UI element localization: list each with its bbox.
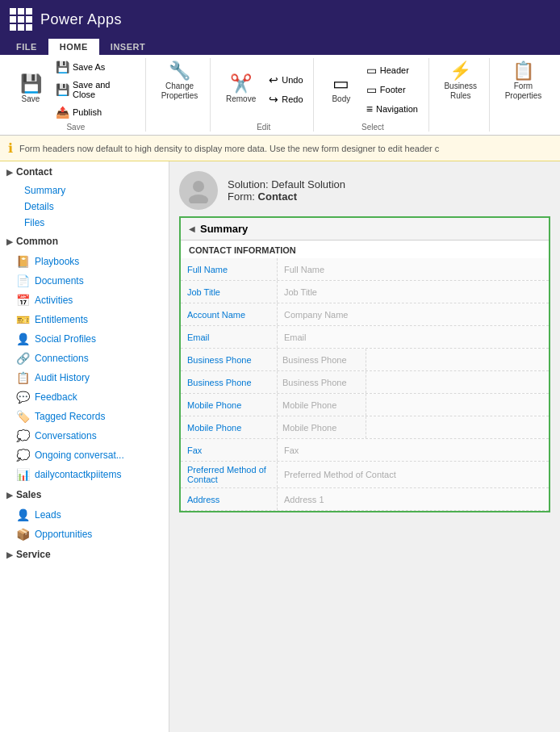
email-field[interactable]: Email (278, 326, 549, 348)
social-profiles-icon: 👤 (16, 333, 30, 345)
form-block-title: CONTACT INFORMATION (181, 241, 549, 258)
undo-redo-group: ↩ Undo ↪ Redo (265, 71, 307, 108)
tagged-records-icon: 🏷️ (16, 410, 30, 423)
preferred-field[interactable]: Preferred Method of Contact (278, 462, 549, 487)
undo-button[interactable]: ↩ Undo (265, 71, 307, 89)
save-as-button[interactable]: 💾 Save As (52, 58, 139, 76)
form-row-mobilephone2: Mobile Phone Mobile Phone (181, 416, 549, 439)
publish-button[interactable]: 📤 Publish (52, 103, 139, 121)
bizphone2-label: Business Phone (181, 371, 278, 393)
waffle-icon[interactable] (10, 8, 32, 31)
leads-label: Leads (35, 509, 61, 521)
ongoing-conversations-icon: 💭 (16, 449, 30, 462)
fullname-field[interactable]: Full Name (278, 258, 549, 280)
accountname-label: Account Name (181, 303, 278, 325)
leads-icon: 👤 (16, 508, 30, 521)
ribbon-group-save: 💾 Save 💾 Save As 💾 Save and Close 📤 Publ… (6, 58, 146, 132)
sidebar-item-tagged-records[interactable]: 🏷️ Tagged Records (0, 407, 169, 426)
tab-file[interactable]: FILE (5, 39, 48, 55)
form-row-mobilephone1: Mobile Phone Mobile Phone (181, 394, 549, 416)
footer-label: Footer (380, 85, 406, 94)
sidebar-item-feedback[interactable]: 💬 Feedback (0, 387, 169, 407)
bizphone2-input[interactable] (366, 371, 549, 393)
accountname-field[interactable]: Company Name (278, 303, 549, 325)
footer-button[interactable]: ▭ Footer (362, 81, 422, 98)
edit-button-group: ✂️ Remove ↩ Undo ↪ Redo (220, 58, 307, 121)
content-area: Solution: Default Solution Form: Contact… (169, 161, 560, 732)
sidebar-item-summary[interactable]: Summary (0, 182, 169, 199)
save-icon: 💾 (20, 75, 42, 93)
sidebar-item-opportunities[interactable]: 📦 Opportunities (0, 525, 169, 544)
sidebar-item-audit-history[interactable]: 📋 Audit History (0, 368, 169, 387)
form-name: Contact (258, 190, 297, 203)
save-button[interactable]: 💾 Save (13, 71, 48, 108)
sidebar-item-entitlements[interactable]: 🎫 Entitlements (0, 310, 169, 329)
redo-icon: ↪ (269, 93, 278, 106)
sidebar-section-service[interactable]: ▶ Service (0, 544, 169, 565)
change-properties-label: ChangeProperties (161, 82, 199, 101)
preferred-label: Preferred Method of Contact (181, 462, 278, 487)
edit-group-label: Edit (257, 121, 270, 132)
navigation-button[interactable]: ≡ Navigation (362, 100, 422, 118)
body-button[interactable]: ▭ Body (324, 71, 359, 108)
common-section-label: Common (16, 236, 58, 247)
undo-label: Undo (282, 75, 303, 85)
form-properties-button[interactable]: 📋 FormProperties (499, 58, 548, 105)
fax-label: Fax (181, 439, 278, 461)
jobtitle-field[interactable]: Job Title (278, 281, 549, 303)
business-rules-button[interactable]: ⚡ BusinessRules (438, 58, 483, 105)
form-label: Form: (228, 190, 255, 203)
form-properties-label: FormProperties (505, 82, 542, 101)
daily-contact-icon: 📊 (16, 468, 30, 481)
sidebar-item-files[interactable]: Files (0, 215, 169, 231)
publish-icon: 📤 (56, 106, 69, 119)
sidebar-item-playbooks[interactable]: 📔 Playbooks (0, 252, 169, 271)
form-section-header[interactable]: ◀ Summary (181, 218, 549, 241)
sidebar-item-ongoing-conversations[interactable]: 💭 Ongoing conversat... (0, 445, 169, 465)
social-profiles-label: Social Profiles (35, 333, 96, 345)
bizphone1-input[interactable] (366, 349, 549, 370)
tab-home[interactable]: HOME (48, 39, 99, 55)
change-properties-button[interactable]: 🔧 ChangeProperties (156, 58, 204, 105)
sidebar-item-conversations[interactable]: 💭 Conversations (0, 426, 169, 445)
sidebar-item-documents[interactable]: 📄 Documents (0, 271, 169, 291)
solution-line: Solution: Default Solution (228, 178, 345, 190)
sales-arrow-icon: ▶ (6, 491, 13, 500)
mobilephone1-input[interactable] (366, 394, 549, 416)
bizphone1-label: Business Phone (181, 349, 278, 370)
sidebar-item-activities[interactable]: 📅 Activities (0, 291, 169, 310)
service-arrow-icon: ▶ (6, 550, 13, 559)
redo-button[interactable]: ↪ Redo (265, 90, 307, 108)
sidebar-item-connections[interactable]: 🔗 Connections (0, 349, 169, 368)
info-icon: ℹ (8, 140, 13, 156)
mobilephone1-half: Mobile Phone (278, 394, 549, 416)
sidebar-section-common[interactable]: ▶ Common (0, 231, 169, 252)
fullname-label: Full Name (181, 258, 278, 280)
sidebar-section-contact[interactable]: ▶ Contact (0, 161, 169, 182)
header-button[interactable]: ▭ Header (362, 61, 422, 79)
sidebar-section-sales[interactable]: ▶ Sales (0, 484, 169, 505)
tagged-records-label: Tagged Records (35, 411, 105, 422)
sidebar-item-leads[interactable]: 👤 Leads (0, 505, 169, 525)
sidebar-item-daily-contact[interactable]: 📊 dailycontactkpiitems (0, 465, 169, 484)
remove-button[interactable]: ✂️ Remove (220, 71, 261, 108)
navigation-label: Navigation (376, 104, 418, 114)
save-and-close-button[interactable]: 💾 Save and Close (52, 77, 139, 102)
form-line: Form: Contact (228, 190, 345, 203)
address-field[interactable]: Address 1 (278, 488, 549, 510)
preferred-placeholder: Preferred Method of Contact (284, 470, 396, 479)
mobilephone2-input[interactable] (366, 416, 549, 438)
sidebar-item-social-profiles[interactable]: 👤 Social Profiles (0, 329, 169, 349)
email-placeholder: Email (284, 333, 307, 342)
undo-icon: ↩ (269, 73, 278, 86)
save-as-label: Save As (73, 62, 105, 72)
ribbon-toolbar: 💾 Save 💾 Save As 💾 Save and Close 📤 Publ… (0, 55, 560, 136)
fax-field[interactable]: Fax (278, 439, 549, 461)
mobilephone2-placeholder: Mobile Phone (278, 416, 366, 438)
mobilephone1-label: Mobile Phone (181, 394, 278, 416)
sidebar-item-details[interactable]: Details (0, 199, 169, 215)
form-row-email: Email Email (181, 326, 549, 349)
form-area: ◀ Summary CONTACT INFORMATION Full Name … (179, 216, 550, 512)
info-bar: ℹ Form headers now default to high densi… (0, 136, 560, 161)
tab-insert[interactable]: INSERT (99, 39, 157, 55)
